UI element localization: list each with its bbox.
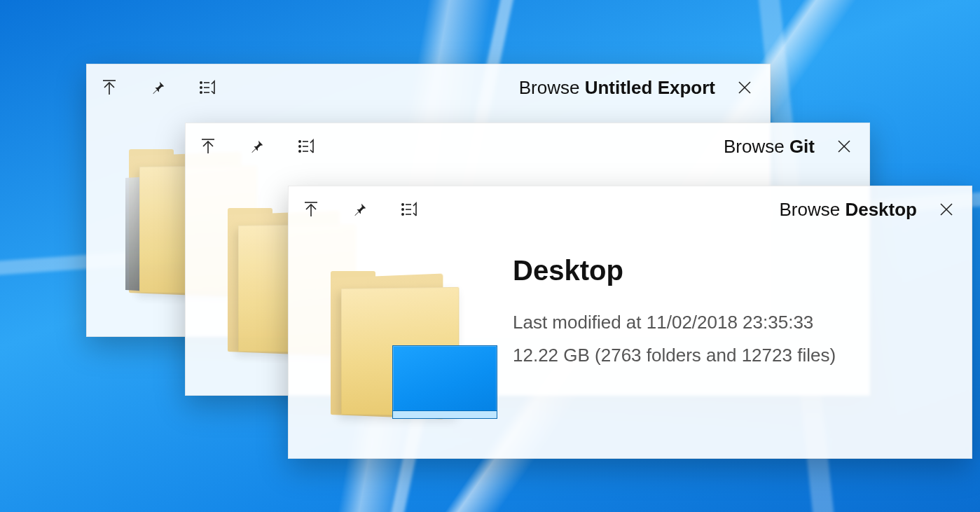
up-icon[interactable] xyxy=(99,78,119,97)
svg-point-2 xyxy=(200,82,202,83)
pin-icon[interactable] xyxy=(350,200,370,219)
svg-point-14 xyxy=(299,146,301,147)
browse-label: Browse xyxy=(519,77,580,98)
preview-window-desktop[interactable]: Browse Desktop Desktop Last modified at … xyxy=(288,186,972,459)
svg-point-22 xyxy=(402,204,403,205)
svg-point-24 xyxy=(402,209,403,210)
last-modified-text: Last modified at 11/02/2018 23:35:33 xyxy=(513,306,836,339)
title-text: Browse Git xyxy=(316,136,834,158)
list-sort-icon[interactable] xyxy=(399,200,419,219)
svg-point-26 xyxy=(402,214,403,215)
up-icon[interactable] xyxy=(198,137,218,156)
browse-target: Git xyxy=(789,136,815,157)
window-body: Desktop Last modified at 11/02/2018 23:3… xyxy=(289,233,972,443)
svg-point-4 xyxy=(200,87,202,88)
browse-label: Browse xyxy=(724,136,785,157)
desktop-monitor-icon xyxy=(392,345,497,419)
browse-label: Browse xyxy=(779,199,840,220)
pin-icon[interactable] xyxy=(149,78,168,97)
folder-info: Desktop Last modified at 11/02/2018 23:3… xyxy=(513,247,836,372)
titlebar[interactable]: Browse Untitled Export xyxy=(87,64,770,111)
list-sort-icon[interactable] xyxy=(198,78,217,97)
folder-desktop-icon xyxy=(317,247,471,415)
browse-target: Untitled Export xyxy=(585,77,715,98)
list-sort-icon[interactable] xyxy=(296,137,316,156)
svg-point-12 xyxy=(299,141,301,142)
svg-point-16 xyxy=(299,151,301,152)
close-icon[interactable] xyxy=(735,78,754,97)
up-icon[interactable] xyxy=(301,200,321,219)
folder-title: Desktop xyxy=(513,255,836,286)
title-text: Browse Untitled Export xyxy=(217,77,735,99)
close-icon[interactable] xyxy=(937,200,956,219)
close-icon[interactable] xyxy=(834,137,854,156)
svg-point-6 xyxy=(200,92,202,93)
size-summary-text: 12.22 GB (2763 folders and 12723 files) xyxy=(513,339,836,372)
pin-icon[interactable] xyxy=(247,137,267,156)
title-text: Browse Desktop xyxy=(419,199,937,221)
titlebar[interactable]: Browse Desktop xyxy=(289,186,972,233)
titlebar[interactable]: Browse Git xyxy=(186,123,869,169)
browse-target: Desktop xyxy=(845,199,917,220)
